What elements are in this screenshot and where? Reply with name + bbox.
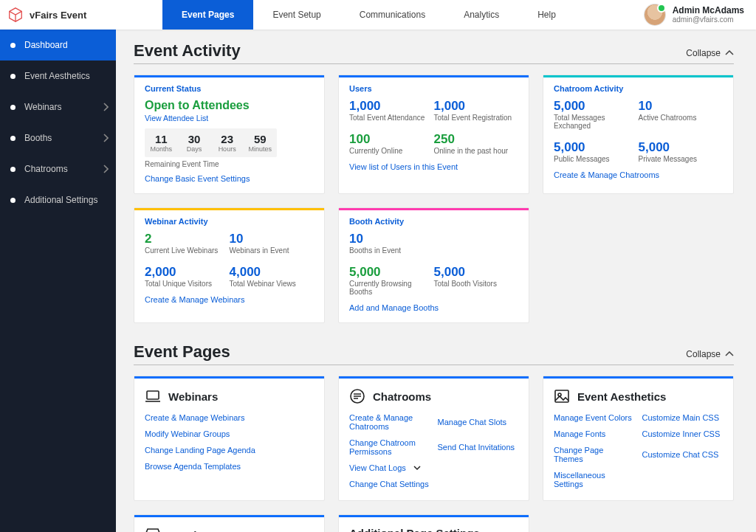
stat-value: 5,000	[554, 99, 639, 114]
link-view-chat-logs[interactable]: View Chat Logs	[349, 463, 430, 472]
change-settings-link[interactable]: Change Basic Event Settings	[145, 174, 314, 183]
pagecard-title: Event Aesthetics	[577, 390, 666, 403]
status-label: Open to Attendees	[145, 99, 314, 112]
sidebar-item-label: Webinars	[24, 102, 61, 112]
topnav-event-pages[interactable]: Event Pages	[162, 0, 253, 30]
link-manage-event-colors[interactable]: Manage Event Colors	[554, 413, 635, 422]
section-title: Event Pages	[134, 342, 686, 362]
topnav-analytics[interactable]: Analytics	[444, 0, 518, 30]
svg-rect-1	[147, 391, 159, 399]
stat-label: Public Messages	[554, 155, 639, 163]
sidebar-item-dashboard[interactable]: Dashboard	[0, 30, 116, 61]
pagecard-webinars: Webinars Create & Manage Webinars Modify…	[134, 376, 325, 501]
stat-label: Total Webinar Views	[230, 280, 315, 288]
view-users-link[interactable]: View list of Users in this Event	[349, 162, 518, 171]
stat-value: 10	[639, 99, 724, 114]
stat-label: Current Live Webinars	[145, 246, 230, 255]
stat-label: Private Messages	[639, 155, 724, 163]
cd-months: 11	[145, 133, 178, 145]
link-customize-inner-css[interactable]: Customize Inner CSS	[642, 429, 724, 438]
avatar	[645, 4, 665, 25]
stat-value: 2	[145, 232, 230, 246]
sidebar-item-webinars[interactable]: Webinars	[0, 91, 116, 122]
brand-logo-icon	[7, 7, 24, 23]
link-customize-chat-css[interactable]: Customize Chat CSS	[642, 446, 724, 463]
pagecard-title: Booths	[168, 529, 207, 533]
user-name: Admin McAdams	[673, 5, 744, 15]
sidebar-item-chatrooms[interactable]: Chatrooms	[0, 153, 116, 184]
topnav-help[interactable]: Help	[518, 0, 575, 30]
manage-booths-link[interactable]: Add and Manage Booths	[349, 303, 518, 312]
card-title: Current Status	[145, 84, 314, 93]
pagecard-aesthetics: Event Aesthetics Manage Event Colors Cus…	[543, 376, 734, 501]
view-attendee-list-link[interactable]: View Attendee List	[145, 114, 314, 122]
sidebar-item-label: Chatrooms	[24, 164, 68, 174]
chevron-right-icon	[103, 134, 109, 142]
sidebar-item-aesthetics[interactable]: Event Aesthetics	[0, 61, 116, 91]
card-title: Booth Activity	[349, 217, 518, 226]
sidebar: Dashboard Event Aesthetics Webinars Boot…	[0, 30, 116, 532]
pagecard-additional: Additional Page Settings Add/Remove link…	[338, 514, 529, 532]
link-misc-settings[interactable]: Miscellaneous Settings	[554, 471, 635, 488]
stat-label: Total Booth Visitors	[434, 280, 519, 288]
stat-label: Total Event Attendance	[349, 114, 434, 122]
chevron-up-icon	[725, 50, 734, 56]
collapse-toggle[interactable]: Collapse	[686, 48, 734, 58]
stat-label: Currently Online	[349, 147, 434, 155]
topnav-communications[interactable]: Communications	[340, 0, 444, 30]
stat-value: 5,000	[434, 265, 519, 280]
stat-label: Active Chatrooms	[639, 114, 724, 122]
link-change-chat-settings[interactable]: Change Chat Settings	[349, 480, 430, 488]
link-change-chatroom-permissions[interactable]: Change Chatroom Permissons	[349, 438, 430, 456]
sidebar-item-additional[interactable]: Additional Settings	[0, 184, 116, 215]
stat-label: Online in the past hour	[434, 147, 519, 155]
link-create-manage-chatrooms[interactable]: Create & Manage Chatrooms	[349, 413, 430, 431]
link-modify-webinar-groups[interactable]: Modify Webinar Groups	[145, 429, 314, 438]
sidebar-item-label: Event Aesthetics	[24, 71, 90, 81]
chevron-up-icon	[725, 351, 734, 357]
link-browse-agenda-templates[interactable]: Browse Agenda Templates	[145, 462, 314, 471]
card-webinar-activity: Webinar Activity 2Current Live Webinars …	[134, 207, 325, 323]
card-title: Webinar Activity	[145, 217, 314, 226]
brand: vFairs Event	[7, 7, 140, 23]
card-current-status: Current Status Open to Attendees View At…	[134, 75, 325, 194]
link-change-landing-agenda[interactable]: Change Landing Page Agenda	[145, 446, 314, 455]
topnav-event-setup[interactable]: Event Setup	[253, 0, 340, 30]
stat-value: 5,000	[349, 265, 434, 280]
stat-label: Booths in Event	[349, 246, 434, 255]
link-manage-fonts[interactable]: Manage Fonts	[554, 429, 635, 438]
sidebar-item-label: Dashboard	[24, 40, 68, 50]
user-menu[interactable]: Admin McAdams admin@vfairs.com	[645, 4, 744, 25]
section-header-pages: Event Pages Collapse	[134, 342, 734, 365]
collapse-toggle[interactable]: Collapse	[686, 349, 734, 359]
dot-icon	[10, 136, 16, 141]
remaining-label: Remaining Event Time	[145, 160, 314, 168]
pagecard-title: Chatrooms	[373, 390, 431, 403]
main-content: Event Activity Collapse Current Status O…	[116, 30, 756, 532]
dot-icon	[10, 198, 16, 203]
stat-label: Webinars in Event	[230, 246, 315, 255]
manage-chatrooms-link[interactable]: Create & Manage Chatrooms	[554, 170, 723, 179]
section-title: Event Activity	[134, 41, 686, 61]
link-send-chat-invitations[interactable]: Send Chat Invitations	[438, 438, 519, 456]
stat-value: 4,000	[230, 265, 315, 280]
link-change-page-themes[interactable]: Change Page Themes	[554, 446, 635, 463]
pagecard-title: Additional Page Settings	[349, 527, 480, 532]
collapse-label: Collapse	[686, 349, 721, 359]
cd-hours: 23	[210, 133, 244, 145]
user-email: admin@vfairs.com	[673, 15, 744, 24]
section-header-activity: Event Activity Collapse	[134, 41, 734, 64]
link-customize-main-css[interactable]: Customize Main CSS	[642, 413, 724, 422]
link-manage-chat-slots[interactable]: Manage Chat Slots	[438, 413, 519, 431]
pagecard-booths: Booths Add and Manage Booths Go to Booth…	[134, 514, 325, 532]
dot-icon	[10, 105, 16, 110]
link-create-manage-webinars[interactable]: Create & Manage Webinars	[145, 413, 314, 422]
chevron-right-icon	[103, 165, 109, 173]
stat-value: 250	[434, 132, 519, 147]
stat-value: 10	[230, 232, 315, 246]
sidebar-item-booths[interactable]: Booths	[0, 122, 116, 153]
stat-value: 1,000	[434, 99, 519, 114]
sidebar-item-label: Booths	[24, 133, 52, 143]
manage-webinars-link[interactable]: Create & Manage Webinars	[145, 295, 314, 304]
card-users: Users 1,000Total Event Attendance 1,000T…	[338, 75, 529, 194]
